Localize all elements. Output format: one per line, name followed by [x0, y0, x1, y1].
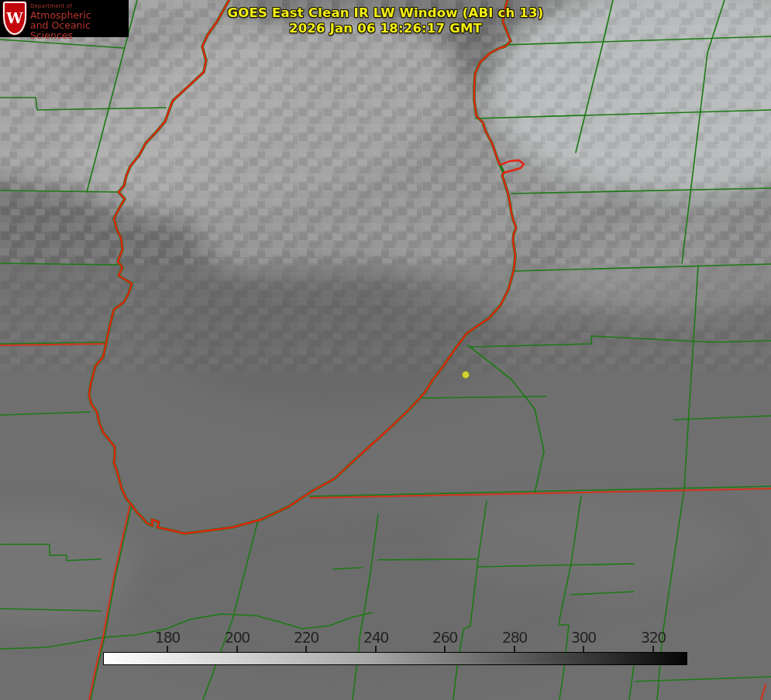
- uw-crest-icon: W: [3, 2, 26, 35]
- station-marker-dot: [463, 372, 470, 379]
- crest-letter: W: [6, 11, 22, 26]
- pixel-mosaic-texture: [0, 0, 771, 372]
- satellite-map[interactable]: [0, 0, 771, 700]
- logo-title-line2: and Oceanic Sciences: [30, 20, 129, 40]
- satellite-viewer: W Department of Atmospheric and Oceanic …: [0, 0, 771, 700]
- uw-logo[interactable]: W Department of Atmospheric and Oceanic …: [0, 0, 129, 37]
- logo-dept-label: Department of: [30, 3, 129, 9]
- logo-text: Department of Atmospheric and Oceanic Sc…: [30, 3, 129, 40]
- ir-image-layer: [0, 0, 771, 700]
